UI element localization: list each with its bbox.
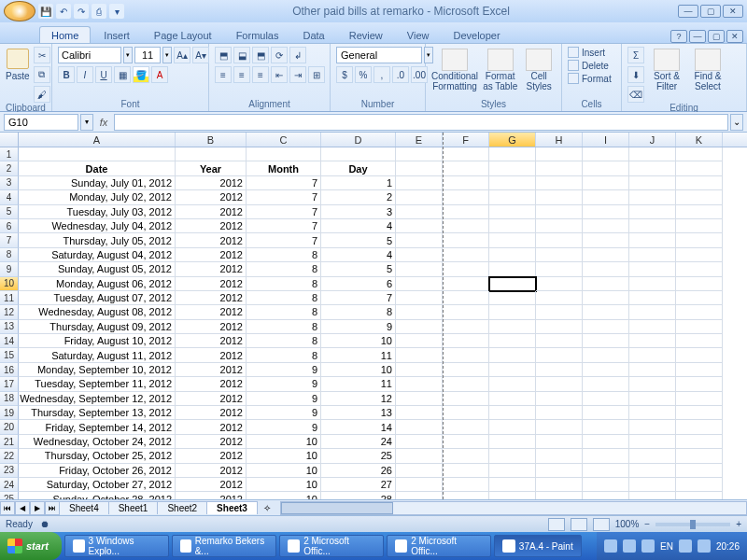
row-header[interactable]: 18 bbox=[0, 392, 19, 406]
cell[interactable] bbox=[676, 334, 723, 348]
cell[interactable]: 2012 bbox=[176, 377, 247, 391]
cell[interactable]: 10 bbox=[247, 435, 321, 449]
cell[interactable]: 2012 bbox=[176, 392, 247, 406]
cell[interactable] bbox=[396, 190, 443, 204]
cell[interactable] bbox=[583, 464, 629, 478]
cell[interactable] bbox=[629, 492, 676, 499]
cell[interactable]: 2012 bbox=[176, 492, 247, 499]
sheet-tab[interactable]: Sheet3 bbox=[206, 501, 258, 514]
cell[interactable] bbox=[489, 435, 536, 449]
tab-data[interactable]: Data bbox=[291, 27, 335, 43]
cell[interactable]: 9 bbox=[247, 363, 321, 377]
cell[interactable] bbox=[583, 435, 629, 449]
cell[interactable] bbox=[489, 334, 536, 348]
cell[interactable] bbox=[443, 464, 489, 478]
cell[interactable] bbox=[676, 435, 723, 449]
cell[interactable] bbox=[536, 233, 583, 247]
cell[interactable]: 7 bbox=[321, 291, 396, 305]
cell[interactable] bbox=[396, 219, 443, 233]
cell[interactable] bbox=[676, 219, 723, 233]
align-top-icon[interactable]: ⬒ bbox=[215, 47, 232, 63]
cell[interactable] bbox=[489, 392, 536, 406]
save-icon[interactable]: 💾 bbox=[38, 4, 53, 19]
column-header-A[interactable]: A bbox=[19, 133, 176, 147]
cell[interactable] bbox=[489, 248, 536, 262]
cell[interactable]: Wednesday, July 04, 2012 bbox=[19, 219, 176, 233]
row-header[interactable]: 25 bbox=[0, 492, 19, 499]
cell[interactable] bbox=[536, 392, 583, 406]
cell[interactable]: Month bbox=[247, 161, 321, 175]
cell[interactable]: 9 bbox=[247, 392, 321, 406]
cell[interactable] bbox=[396, 320, 443, 334]
row-header[interactable]: 11 bbox=[0, 291, 19, 305]
tab-developer[interactable]: Developer bbox=[442, 27, 511, 43]
cell[interactable] bbox=[676, 233, 723, 247]
cell[interactable] bbox=[676, 392, 723, 406]
cell[interactable]: 2012 bbox=[176, 248, 247, 262]
cell[interactable] bbox=[489, 363, 536, 377]
cell[interactable]: Thursday, July 05, 2012 bbox=[19, 233, 176, 247]
cell[interactable] bbox=[629, 435, 676, 449]
cell[interactable]: 10 bbox=[247, 449, 321, 463]
row-header[interactable]: 14 bbox=[0, 334, 19, 348]
cell[interactable] bbox=[629, 305, 676, 319]
cell[interactable] bbox=[536, 464, 583, 478]
cell[interactable]: 10 bbox=[321, 363, 396, 377]
cell[interactable] bbox=[489, 219, 536, 233]
cell[interactable]: Sunday, August 05, 2012 bbox=[19, 262, 176, 276]
maximize-button[interactable]: ▢ bbox=[700, 5, 721, 18]
cell[interactable]: 2012 bbox=[176, 348, 247, 362]
sheet-tab[interactable]: Sheet2 bbox=[157, 501, 207, 514]
cell[interactable]: 2012 bbox=[176, 190, 247, 204]
cell[interactable]: Saturday, August 11, 2012 bbox=[19, 348, 176, 362]
orientation-icon[interactable]: ⟳ bbox=[271, 47, 288, 63]
cell[interactable] bbox=[396, 233, 443, 247]
cell[interactable]: 25 bbox=[321, 449, 396, 463]
row-header[interactable]: 8 bbox=[0, 248, 19, 262]
cell[interactable] bbox=[443, 420, 489, 434]
cell[interactable] bbox=[536, 305, 583, 319]
cell[interactable] bbox=[583, 190, 629, 204]
cell[interactable] bbox=[536, 363, 583, 377]
cell[interactable] bbox=[396, 435, 443, 449]
cell[interactable] bbox=[629, 147, 676, 161]
cell[interactable]: 8 bbox=[247, 277, 321, 291]
cell[interactable] bbox=[536, 176, 583, 190]
language-indicator[interactable]: EN bbox=[660, 541, 673, 552]
cell[interactable] bbox=[396, 492, 443, 499]
tray-icon[interactable] bbox=[641, 539, 655, 553]
font-name-input[interactable] bbox=[58, 47, 121, 63]
column-header-K[interactable]: K bbox=[676, 133, 723, 147]
cell[interactable]: 2012 bbox=[176, 291, 247, 305]
cell[interactable] bbox=[629, 334, 676, 348]
cell[interactable]: 2012 bbox=[176, 406, 247, 420]
cell[interactable] bbox=[536, 377, 583, 391]
format-as-table-button[interactable]: Format as Table bbox=[482, 47, 518, 91]
zoom-slider-knob[interactable] bbox=[690, 520, 696, 529]
cell[interactable] bbox=[676, 262, 723, 276]
cell[interactable]: 2012 bbox=[176, 262, 247, 276]
clear-icon[interactable]: ⌫ bbox=[627, 86, 644, 103]
cell[interactable]: 8 bbox=[247, 248, 321, 262]
sheet-nav-last-icon[interactable]: ⏭ bbox=[45, 501, 60, 515]
cell[interactable]: 2012 bbox=[176, 320, 247, 334]
cell[interactable] bbox=[396, 348, 443, 362]
shrink-font-icon[interactable]: A▾ bbox=[192, 47, 209, 63]
formula-input[interactable] bbox=[114, 114, 728, 131]
row-header[interactable]: 19 bbox=[0, 406, 19, 420]
cell[interactable] bbox=[489, 205, 536, 219]
cell[interactable] bbox=[629, 420, 676, 434]
tab-home[interactable]: Home bbox=[39, 26, 91, 43]
taskbar-item[interactable]: Remarko Bekers &... bbox=[172, 535, 276, 557]
sheet-nav-next-icon[interactable]: ▶ bbox=[30, 501, 45, 515]
cell[interactable] bbox=[676, 406, 723, 420]
row-header[interactable]: 4 bbox=[0, 190, 19, 204]
cell[interactable]: 8 bbox=[247, 305, 321, 319]
cell[interactable] bbox=[396, 420, 443, 434]
column-header-I[interactable]: I bbox=[583, 133, 629, 147]
cell[interactable]: Friday, August 10, 2012 bbox=[19, 334, 176, 348]
zoom-level[interactable]: 100% bbox=[615, 519, 640, 529]
cell[interactable] bbox=[583, 348, 629, 362]
bold-button[interactable]: B bbox=[58, 66, 75, 83]
cell[interactable] bbox=[583, 420, 629, 434]
